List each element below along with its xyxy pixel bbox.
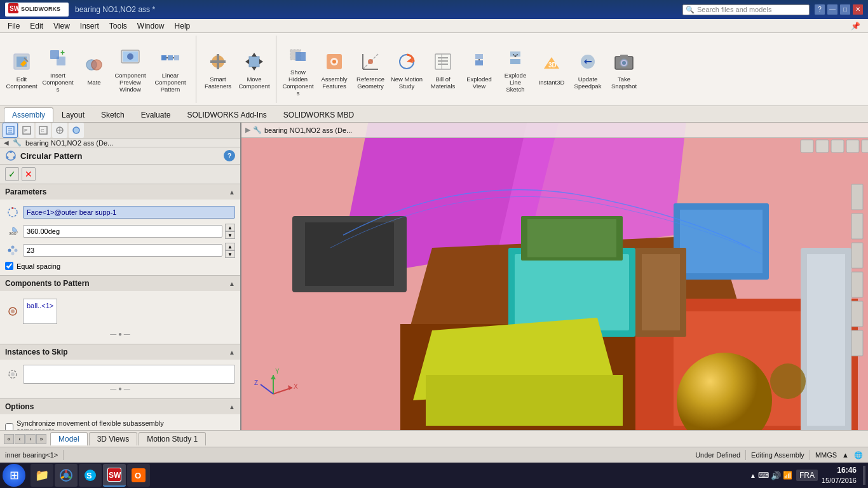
svg-point-61 — [10, 151, 12, 153]
component-item[interactable]: ball..<1> — [25, 301, 55, 310]
menu-edit[interactable]: Edit — [25, 20, 48, 32]
component-preview-button[interactable]: ComponentPreviewWindow — [112, 37, 148, 101]
menu-file[interactable]: File — [3, 20, 25, 32]
face-input[interactable]: Face<1>@outer bear supp-1 — [23, 206, 235, 219]
equal-spacing-checkbox[interactable] — [5, 262, 13, 270]
list-expand[interactable]: — ● — — [5, 330, 235, 337]
take-snapshot-button[interactable]: TakeSnapshot — [606, 37, 642, 101]
explode-line-sketch-button[interactable]: ExplodeLineSketch — [498, 37, 533, 101]
menu-insert[interactable]: Insert — [75, 20, 104, 32]
breadcrumb: bearing NO1,NO2 ass (De... — [264, 126, 352, 134]
assembly-features-button[interactable]: AssemblyFeatures — [316, 37, 352, 101]
tab-sketch[interactable]: Sketch — [93, 107, 133, 122]
nav-first[interactable]: « — [4, 434, 14, 444]
help-button[interactable]: ? — [224, 150, 235, 161]
instant3d-button[interactable]: 3D Instant3D — [534, 37, 569, 101]
start-button[interactable]: ⊞ — [3, 464, 25, 487]
tab-assembly[interactable]: Assembly — [4, 107, 53, 122]
tab-motion-study-1[interactable]: Motion Study 1 — [139, 432, 206, 445]
menu-window[interactable]: Window — [132, 20, 170, 32]
taskbar: ⊞ 📁 S SW O ▲ ⌨ 🔊 📶 FRA 16:46 15/07/2016 — [0, 463, 868, 488]
count-up-button[interactable]: ▲ — [225, 243, 235, 250]
taskbar-app-chrome[interactable] — [55, 464, 78, 487]
close-button[interactable]: ✕ — [853, 4, 863, 15]
viewport[interactable]: ▶ 🔧 bearing NO1,NO2 ass (De... — [241, 123, 868, 430]
edit-component-button[interactable]: EditComponent — [4, 37, 39, 101]
taskbar-app-file-manager[interactable]: 📁 — [31, 464, 53, 487]
show-hidden-components-icon — [286, 43, 310, 67]
linear-component-pattern-button[interactable]: Linear ComponentPattern — [149, 37, 192, 101]
svg-point-97 — [770, 363, 806, 399]
count-down-button[interactable]: ▼ — [225, 250, 235, 258]
skip-input[interactable] — [23, 365, 235, 384]
update-speedpak-button[interactable]: UpdateSpeedpak — [570, 37, 606, 101]
statusbar: inner bearing<1> Under Defined Editing A… — [0, 447, 868, 463]
property-manager-icon-btn[interactable]: P — [19, 123, 34, 138]
language-badge[interactable]: FRA — [796, 470, 818, 481]
tab-solidworks-mbd[interactable]: SOLIDWORKS MBD — [275, 107, 362, 122]
status-earth-icon[interactable]: 🌐 — [854, 451, 863, 459]
taskbar-app-solidworks[interactable]: SW — [103, 464, 126, 487]
tab-layout[interactable]: Layout — [53, 107, 93, 122]
taskbar-keyboard-icon[interactable]: ⌨ — [758, 471, 769, 480]
sync-checkbox[interactable] — [5, 423, 13, 431]
smart-fasteners-button[interactable]: SmartFasteners — [200, 37, 236, 101]
component-list[interactable]: ball..<1> — [23, 299, 57, 324]
help-icon[interactable]: ? — [815, 4, 825, 15]
mate-button[interactable]: Mate — [76, 37, 112, 101]
options-section-header[interactable]: Options ▲ — [0, 399, 240, 414]
instances-section-header[interactable]: Instances to Skip ▲ — [0, 344, 240, 360]
svg-text:SOLIDWORKS: SOLIDWORKS — [21, 6, 60, 12]
taskbar-up-arrow[interactable]: ▲ — [750, 472, 756, 479]
show-hidden-components-button[interactable]: ShowHiddenComponents — [280, 37, 316, 101]
taskbar-app-skype[interactable]: S — [79, 464, 102, 487]
count-input[interactable]: 23 — [23, 244, 222, 257]
exploded-view-button[interactable]: ExplodedView — [461, 37, 497, 101]
svg-rect-39 — [510, 59, 520, 64]
panel-icons: P C — [0, 123, 240, 139]
pin-icon[interactable]: 📌 — [846, 20, 865, 32]
menu-tools[interactable]: Tools — [104, 20, 132, 32]
components-section-header[interactable]: Components to Pattern ▲ — [0, 276, 240, 291]
angle-up-button[interactable]: ▲ — [225, 224, 235, 231]
maximize-button[interactable]: □ — [840, 4, 850, 15]
tab-model[interactable]: Model — [50, 432, 88, 445]
menu-help[interactable]: Help — [170, 20, 196, 32]
origin-icon-btn[interactable] — [52, 123, 67, 138]
parameters-section-header[interactable]: Parameters ▲ — [0, 184, 240, 200]
viewport-toolbar[interactable] — [801, 140, 868, 152]
nav-last[interactable]: » — [36, 434, 46, 444]
insert-components-button[interactable]: + InsertComponents — [40, 37, 76, 101]
nav-next[interactable]: › — [25, 434, 36, 444]
tab-evaluate[interactable]: Evaluate — [133, 107, 179, 122]
new-motion-study-icon — [395, 50, 419, 74]
skip-expand[interactable]: — ● — — [5, 385, 235, 392]
tree-back-arrow[interactable]: ◀ — [4, 139, 9, 146]
take-snapshot-label: TakeSnapshot — [611, 76, 637, 90]
taskbar-volume-icon[interactable]: 🔊 — [771, 471, 781, 480]
search-bar[interactable]: 🔍 Search files and models — [682, 4, 810, 15]
reference-geometry-icon — [358, 50, 383, 74]
update-speedpak-label: UpdateSpeedpak — [574, 76, 602, 90]
cancel-button[interactable]: ✕ — [22, 167, 36, 181]
taskbar-network-icon[interactable]: 📶 — [783, 471, 792, 480]
ok-button[interactable]: ✓ — [5, 167, 19, 181]
move-component-button[interactable]: MoveComponent — [236, 37, 272, 101]
menu-view[interactable]: View — [48, 20, 75, 32]
reference-geometry-button[interactable]: ReferenceGeometry — [353, 37, 388, 101]
feature-tree-icon-btn[interactable] — [3, 123, 18, 138]
tab-solidworks-addins[interactable]: SOLIDWORKS Add-Ins — [179, 107, 275, 122]
tab-3d-views[interactable]: 3D Views — [89, 432, 137, 445]
angle-down-button[interactable]: ▼ — [225, 231, 235, 239]
new-motion-study-button[interactable]: New MotionStudy — [389, 37, 424, 101]
bill-of-materials-label: Bill ofMaterials — [431, 76, 456, 90]
bill-of-materials-button[interactable]: Bill ofMaterials — [425, 37, 461, 101]
config-manager-icon-btn[interactable]: C — [36, 123, 51, 138]
taskbar-show-desktop[interactable] — [863, 466, 865, 485]
minimize-button[interactable]: — — [827, 4, 837, 15]
taskbar-clock: 16:46 15/07/2016 — [822, 466, 857, 485]
angle-input[interactable]: 360.00deg — [23, 225, 222, 238]
nav-prev[interactable]: ‹ — [15, 434, 25, 444]
taskbar-app-orange[interactable]: O — [127, 464, 150, 487]
appearance-icon-btn[interactable] — [69, 123, 84, 138]
